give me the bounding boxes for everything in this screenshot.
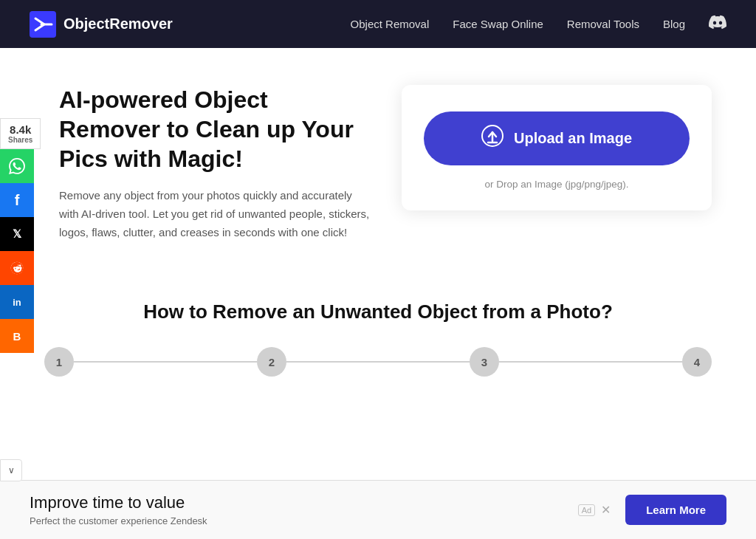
discord-icon[interactable] <box>709 16 726 35</box>
navbar-links: Object Removal Face Swap Online Removal … <box>351 13 726 35</box>
whatsapp-button[interactable] <box>0 149 34 183</box>
steps-row: 1 2 3 4 <box>15 347 741 377</box>
nav-face-swap[interactable]: Face Swap Online <box>453 18 543 30</box>
step-circle-3: 3 <box>470 347 499 377</box>
linkedin-button[interactable]: in <box>0 285 34 319</box>
nav-removal-tools[interactable]: Removal Tools <box>567 18 639 30</box>
twitter-button[interactable]: 𝕏 <box>0 217 34 251</box>
drop-text: or Drop an Image (jpg/png/jpeg). <box>484 179 628 190</box>
nav-object-removal[interactable]: Object Removal <box>351 18 430 30</box>
step-line-1 <box>74 361 257 363</box>
step-line-2 <box>286 361 470 363</box>
navbar: ObjectRemover Object Removal Face Swap O… <box>0 0 756 48</box>
upload-button[interactable]: Upload an Image <box>424 111 690 165</box>
step-circle-2: 2 <box>257 347 286 377</box>
upload-icon <box>481 125 504 152</box>
step-circle-1: 1 <box>44 347 74 377</box>
howto-section: How to Remove an Unwanted Object from a … <box>0 271 756 391</box>
main-content: AI-powered Object Remover to Clean up Yo… <box>0 48 756 271</box>
social-sidebar: 8.4k Shares f 𝕏 in B <box>0 118 41 353</box>
share-count: 8.4k Shares <box>0 118 41 149</box>
logo-icon <box>30 11 56 38</box>
facebook-button[interactable]: f <box>0 183 34 217</box>
hero-right: Upload an Image or Drop an Image (jpg/pn… <box>402 85 712 210</box>
hero-description: Remove any object from your photos quick… <box>59 187 372 241</box>
hero-title: AI-powered Object Remover to Clean up Yo… <box>59 85 372 174</box>
step-circle-4: 4 <box>682 347 712 377</box>
logo-link[interactable]: ObjectRemover <box>30 11 173 38</box>
upload-button-label: Upload an Image <box>514 130 632 147</box>
reddit-button[interactable] <box>0 251 34 285</box>
hero-left: AI-powered Object Remover to Clean up Yo… <box>44 85 372 241</box>
nav-blog[interactable]: Blog <box>663 18 685 30</box>
step-line-3 <box>499 361 682 363</box>
blogger-button[interactable]: B <box>0 319 34 353</box>
howto-title: How to Remove an Unwanted Object from a … <box>15 301 741 323</box>
logo-text: ObjectRemover <box>63 16 173 32</box>
